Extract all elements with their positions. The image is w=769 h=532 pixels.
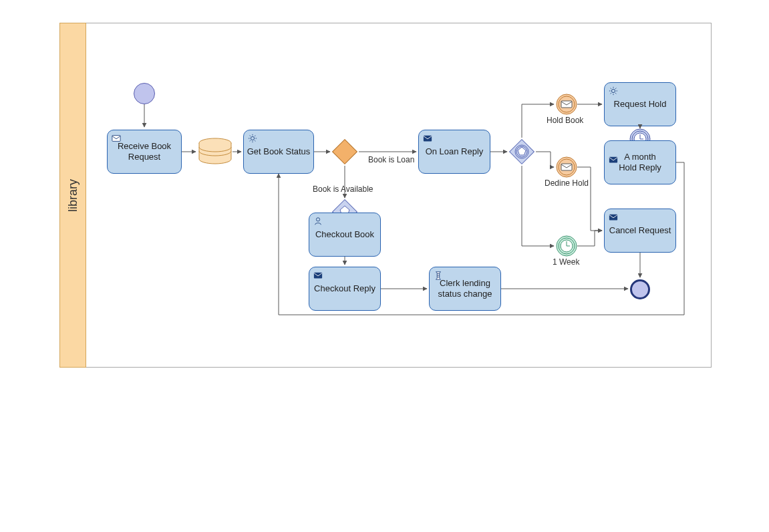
end-event xyxy=(630,279,650,299)
svg-line-7 xyxy=(250,136,251,136)
task-label: Clerk lending status change xyxy=(432,278,498,300)
task-label: Receive Book Request xyxy=(110,141,178,163)
task-get-book-status: Get Book Status xyxy=(243,130,314,174)
svg-line-41 xyxy=(615,88,616,89)
pool-label-band: library xyxy=(59,23,86,368)
task-hold-reply: A month Hold Reply xyxy=(604,140,676,184)
svg-rect-12 xyxy=(424,136,432,142)
svg-line-9 xyxy=(250,140,251,141)
intermediate-timer-one-week xyxy=(556,235,577,257)
task-checkout-book: Checkout Book xyxy=(309,213,381,257)
task-label: A month Hold Reply xyxy=(619,152,661,174)
event-based-gateway xyxy=(508,138,536,166)
task-label: Request Hold xyxy=(614,99,667,110)
task-label: Cancel Request xyxy=(609,225,671,236)
edge-label-decline-hold: Dedine Hold xyxy=(545,178,589,188)
edge-label-hold-book: Hold Book xyxy=(547,116,583,125)
task-receive-book-request: Receive Book Request xyxy=(107,130,182,174)
svg-rect-43 xyxy=(609,215,617,221)
envelope-filled-icon xyxy=(423,134,432,143)
svg-rect-19 xyxy=(561,101,572,108)
envelope-filled-icon xyxy=(313,271,323,280)
svg-line-8 xyxy=(255,140,255,141)
task-clerk-lending-status: Clerk lending status change xyxy=(429,267,501,311)
svg-point-33 xyxy=(611,89,615,92)
pool-label: library xyxy=(66,178,80,211)
task-label: On Loan Reply xyxy=(426,146,484,157)
intermediate-message-hold-book xyxy=(556,94,577,115)
gear-icon xyxy=(248,134,257,143)
task-label: Get Book Status xyxy=(247,146,311,157)
start-event xyxy=(134,83,155,104)
script-icon xyxy=(434,271,443,280)
exclusive-gateway xyxy=(331,138,359,166)
edge-label-book-is-available: Book is Available xyxy=(313,184,373,194)
svg-rect-0 xyxy=(112,136,120,142)
task-label: Checkout Book xyxy=(315,229,374,240)
task-checkout-reply: Checkout Reply xyxy=(309,267,381,311)
intermediate-message-decline-hold xyxy=(556,156,577,178)
bpmn-canvas: library Receive Book Request Get Book St… xyxy=(0,0,769,532)
user-icon xyxy=(313,217,323,226)
task-request-hold: Request Hold xyxy=(604,82,676,126)
data-store xyxy=(198,138,233,164)
envelope-icon xyxy=(112,134,121,143)
gear-icon xyxy=(609,86,618,96)
edge-label-book-is-loan: Book is Loan xyxy=(368,155,414,164)
svg-rect-47 xyxy=(314,273,322,279)
task-on-loan-reply: On Loan Reply xyxy=(418,130,490,174)
svg-rect-11 xyxy=(333,140,357,164)
svg-line-39 xyxy=(615,93,616,94)
svg-line-10 xyxy=(255,136,255,136)
task-cancel-request: Cancel Request xyxy=(604,209,676,253)
svg-rect-42 xyxy=(609,157,617,163)
task-label: Checkout Reply xyxy=(314,283,375,294)
svg-line-38 xyxy=(611,88,611,89)
svg-point-2 xyxy=(251,136,254,140)
svg-point-46 xyxy=(316,218,319,221)
pool-border xyxy=(59,23,712,368)
envelope-filled-icon xyxy=(609,213,618,222)
svg-line-40 xyxy=(611,93,611,94)
svg-rect-22 xyxy=(561,164,572,170)
edge-label-one-week: 1 Week xyxy=(553,257,579,267)
envelope-filled-icon xyxy=(609,144,618,154)
